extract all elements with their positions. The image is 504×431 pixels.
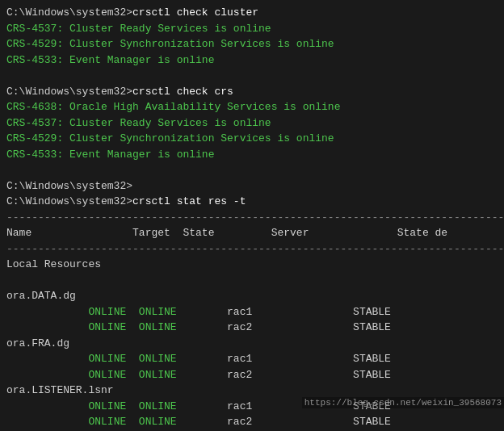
terminal-line: C:\Windows\system32>crsctl check crs bbox=[6, 84, 498, 100]
terminal-line bbox=[6, 162, 498, 178]
terminal-line: ONLINE ONLINE rac1 STABLE bbox=[6, 304, 498, 320]
terminal-line bbox=[6, 68, 498, 84]
terminal-line bbox=[6, 273, 498, 289]
terminal-line: ONLINE ONLINE rac2 STABLE bbox=[6, 367, 498, 383]
terminal-line: ----------------------------------------… bbox=[6, 241, 498, 257]
terminal-line: CRS-4529: Cluster Synchronization Servic… bbox=[6, 131, 498, 147]
terminal-line: ONLINE ONLINE rac1 STABLE bbox=[6, 351, 498, 367]
terminal-line: Name Target State Server State de bbox=[6, 225, 498, 241]
terminal-line: ONLINE ONLINE rac2 STABLE bbox=[6, 320, 498, 336]
terminal-line: CRS-4638: Oracle High Availability Servi… bbox=[6, 99, 498, 115]
terminal-line: CRS-4537: Cluster Ready Services is onli… bbox=[6, 115, 498, 132]
terminal-line: CRS-4533: Event Manager is online bbox=[6, 147, 498, 163]
terminal-line: CRS-4533: Event Manager is online bbox=[6, 52, 498, 69]
watermark: https://blog.csdn.net/weixin_39568073 bbox=[302, 397, 504, 408]
terminal-line: ora.FRA.dg bbox=[6, 336, 498, 352]
terminal-window: C:\Windows\system32>crsctl check cluster… bbox=[0, 0, 504, 431]
terminal-line: ora.DATA.dg bbox=[6, 288, 498, 304]
terminal-line: Local Resources bbox=[6, 257, 498, 273]
terminal-line: C:\Windows\system32> bbox=[6, 178, 498, 195]
terminal-line: C:\Windows\system32>crsctl stat res -t bbox=[6, 194, 498, 210]
terminal-line: CRS-4529: Cluster Synchronization Servic… bbox=[6, 36, 498, 52]
terminal-line: ----------------------------------------… bbox=[6, 210, 498, 226]
terminal-line: ONLINE ONLINE rac2 STABLE bbox=[6, 414, 498, 430]
terminal-line: C:\Windows\system32>crsctl check cluster bbox=[6, 5, 498, 21]
terminal-line: CRS-4537: Cluster Ready Services is onli… bbox=[6, 21, 498, 37]
terminal-line: ora.LISTENER.lsnr bbox=[6, 383, 498, 399]
